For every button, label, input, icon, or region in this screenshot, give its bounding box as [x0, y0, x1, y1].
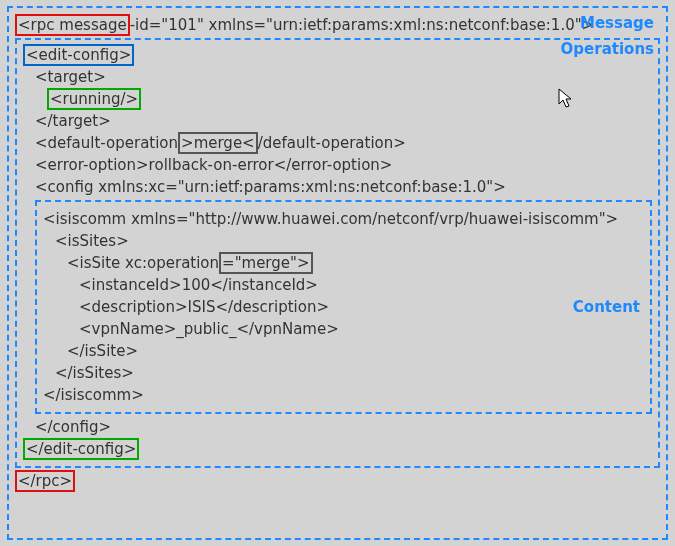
- label-message: Message: [580, 14, 654, 32]
- edit-config-open-highlight: <edit-config>: [23, 44, 134, 66]
- isSite-open-line: <isSite xc:operation="merge">: [67, 254, 644, 272]
- rpc-open-line: <rpc message-id="101" xmlns="urn:ietf:pa…: [15, 16, 660, 34]
- rpc-close-line: </rpc>: [15, 472, 660, 490]
- rpc-close-highlight: </rpc>: [15, 470, 75, 492]
- default-op-post: /default-operation>: [258, 134, 406, 152]
- instanceId: <instanceId>100</instanceId>: [79, 276, 644, 294]
- isSite-val-highlight: ="merge">: [219, 252, 312, 274]
- target-open: <target>: [35, 68, 652, 86]
- isiscomm-open: <isiscomm xmlns="http://www.huawei.com/n…: [43, 210, 644, 228]
- target-close: </target>: [35, 112, 652, 130]
- config-open: <config xmlns:xc="urn:ietf:params:xml:ns…: [35, 178, 652, 196]
- isiscomm-close: </isiscomm>: [43, 386, 644, 404]
- rpc-open-highlight: <rpc message: [15, 14, 130, 36]
- isSites-open: <isSites>: [55, 232, 644, 250]
- isSite-close: </isSite>: [67, 342, 644, 360]
- edit-config-close-highlight: </edit-config>: [23, 438, 139, 460]
- vpnName: <vpnName>_public_</vpnName>: [79, 320, 644, 338]
- default-operation-line: <default-operation>merge</default-operat…: [35, 134, 652, 152]
- rpc-open-rest: -id="101" xmlns="urn:ietf:params:xml:ns:…: [130, 16, 594, 34]
- label-operations: Operations: [561, 40, 654, 58]
- running-highlight: <running/>: [47, 88, 141, 110]
- config-close: </config>: [35, 418, 652, 436]
- edit-config-open-line: <edit-config>: [23, 46, 652, 64]
- default-op-val-highlight: >merge<: [178, 132, 258, 154]
- isSites-close: </isSites>: [55, 364, 644, 382]
- cursor-icon: [556, 87, 574, 109]
- isSite-pre: <isSite xc:operation: [67, 254, 219, 272]
- default-op-pre: <default-operation: [35, 134, 178, 152]
- error-option: <error-option>rollback-on-error</error-o…: [35, 156, 652, 174]
- label-content: Content: [573, 298, 640, 316]
- description: <description>ISIS</description>: [79, 298, 644, 316]
- edit-config-close-line: </edit-config>: [23, 440, 652, 458]
- content-box: <isiscomm xmlns="http://www.huawei.com/n…: [35, 200, 652, 414]
